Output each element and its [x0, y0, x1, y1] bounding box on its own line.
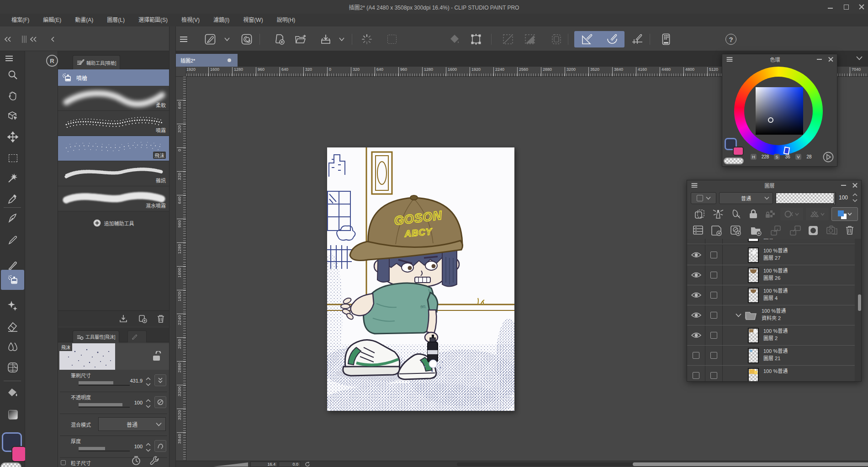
- transform-icon[interactable]: [469, 32, 483, 46]
- operate-tool-icon[interactable]: [7, 110, 18, 121]
- layer-thumbnail[interactable]: [748, 288, 759, 303]
- menu-layer[interactable]: 圖層(L): [100, 14, 132, 26]
- layer-settings-icon[interactable]: [693, 225, 704, 235]
- clip-below-icon[interactable]: [694, 209, 705, 220]
- menu-help[interactable]: 說明(H): [270, 14, 302, 26]
- layer-select-checkbox[interactable]: [705, 325, 723, 345]
- brush-row-noise[interactable]: 雜訊: [58, 161, 169, 186]
- menu-filter[interactable]: 濾鏡(I): [206, 14, 236, 26]
- menu-file[interactable]: 檔案(F): [5, 14, 36, 26]
- delete-layer-icon[interactable]: [845, 225, 854, 235]
- airbrush-tool-selected[interactable]: [1, 270, 24, 290]
- save-chevron-icon[interactable]: [337, 32, 346, 46]
- layer-row-partial[interactable]: 100 %普通: [687, 366, 855, 382]
- save-file-icon[interactable]: [319, 32, 333, 46]
- layer-select-checkbox[interactable]: [705, 366, 723, 382]
- layer-thumbnail[interactable]: [748, 268, 759, 283]
- layer-name[interactable]: 圖層 20: [763, 239, 788, 241]
- rotation-value-box[interactable]: 0.0: [279, 462, 301, 467]
- lock-layer-icon[interactable]: [748, 209, 758, 220]
- layer-visible-toggle[interactable]: [687, 265, 705, 285]
- pencil-tool-icon[interactable]: [7, 235, 18, 246]
- auto-select-tool-icon[interactable]: [7, 173, 18, 184]
- layer-panel-close-icon[interactable]: [852, 183, 857, 188]
- opacity-pressure-button[interactable]: [154, 396, 166, 408]
- undo-history-icon[interactable]: [360, 32, 374, 46]
- opacity-slider[interactable]: [79, 404, 130, 408]
- brush-size-slider[interactable]: [79, 382, 130, 386]
- canvas-tab[interactable]: 插圖2*: [176, 54, 238, 67]
- new-folder-icon[interactable]: [750, 225, 762, 236]
- reference-badge[interactable]: R: [46, 55, 58, 67]
- layer-select-checkbox[interactable]: [705, 265, 723, 285]
- layer-blend-dropdown[interactable]: 普通: [719, 192, 773, 204]
- color-wheel-minimize-icon[interactable]: [817, 59, 822, 60]
- layer-name[interactable]: 圖層 2: [763, 335, 788, 342]
- workspace-tool-icon[interactable]: [203, 32, 217, 46]
- subtool-group-airbrush[interactable]: 噴槍: [58, 69, 169, 86]
- layer-opacity-value[interactable]: 100: [839, 194, 848, 201]
- layer-opacity-slider[interactable]: [776, 193, 836, 204]
- new-vector-layer-icon[interactable]: [730, 225, 742, 236]
- canvas-document[interactable]: GOSON ABCY ɘn.: [327, 147, 514, 411]
- layer-opacity-stepper[interactable]: [852, 193, 857, 202]
- decoration-tool-icon[interactable]: [7, 300, 18, 311]
- layer-panel-minimize-icon[interactable]: [841, 185, 846, 186]
- sub-color-swatch[interactable]: [11, 446, 26, 462]
- eyedropper-tool-icon[interactable]: [7, 194, 18, 205]
- layer-visible-toggle[interactable]: [687, 305, 705, 325]
- draft-layer-icon[interactable]: [731, 209, 742, 220]
- subtool-tab[interactable]: 輔助工具[噴槍]: [73, 55, 120, 69]
- sv-square[interactable]: [756, 87, 803, 135]
- collapse-panel-left-icon[interactable]: [1, 32, 15, 46]
- layer-visible-toggle[interactable]: [687, 285, 705, 305]
- layer-select-checkbox[interactable]: [705, 305, 723, 325]
- brush-size-stepper[interactable]: [146, 377, 151, 386]
- import-subtool-icon[interactable]: [119, 314, 128, 323]
- layer-visible-toggle[interactable]: [687, 366, 705, 382]
- move-layer-tool-icon[interactable]: [7, 131, 18, 142]
- figure-tool-icon[interactable]: [7, 362, 18, 373]
- layer-thumbnail[interactable]: [748, 368, 759, 382]
- layer-select-checkbox[interactable]: [705, 245, 723, 265]
- opacity-slider-handle[interactable]: [834, 192, 836, 205]
- opacity-stepper[interactable]: [146, 399, 151, 408]
- color-wheel-close-icon[interactable]: [828, 57, 833, 62]
- layer-select-checkbox[interactable]: [705, 346, 723, 365]
- clip-studio-icon[interactable]: [240, 32, 254, 46]
- layer-row-4[interactable]: 100 %普通圖層 4: [687, 285, 855, 305]
- snap-to-ruler-icon[interactable]: [580, 32, 594, 46]
- chevron-down-icon[interactable]: [222, 32, 232, 46]
- unlock-icon[interactable]: [152, 351, 162, 362]
- merge-down-icon[interactable]: [789, 225, 801, 236]
- lock-transparent-icon[interactable]: [765, 209, 776, 220]
- eraser-tool-icon[interactable]: [7, 321, 18, 332]
- zoom-slider-icon[interactable]: [213, 462, 248, 467]
- folder-expand-chevron[interactable]: [736, 313, 741, 317]
- menu-selection[interactable]: 選擇範圍(S): [132, 14, 175, 26]
- layer-panel-menu-icon[interactable]: [692, 183, 698, 188]
- menu-window[interactable]: 視窗(W): [236, 14, 270, 26]
- transparent-color-swatch[interactable]: [0, 462, 21, 467]
- redo-icon[interactable]: [385, 32, 399, 46]
- layer-row-folder-2[interactable]: 100 %普通資料夾 2: [687, 305, 855, 325]
- menu-animation[interactable]: 動畫(A): [68, 14, 100, 26]
- brush-row-wet-spray[interactable]: 濕水噴霧: [58, 186, 169, 211]
- mask-area-icon[interactable]: [806, 208, 829, 220]
- layer-row-20[interactable]: 100 %普通圖層 20: [687, 239, 855, 244]
- zoom-tool-icon[interactable]: [7, 69, 18, 80]
- selection-tool-icon[interactable]: [7, 152, 18, 163]
- brush-row-droplet-selected[interactable]: 飛沫: [58, 136, 169, 161]
- transfer-down-icon[interactable]: [770, 225, 782, 236]
- layer-thumbnail[interactable]: [748, 247, 759, 263]
- layer-row-21[interactable]: 100 %普通圖層 21: [687, 346, 855, 366]
- delete-subtool-icon[interactable]: [157, 314, 165, 323]
- layer-visible-toggle[interactable]: [687, 245, 705, 265]
- layer-visible-toggle[interactable]: [687, 325, 705, 345]
- brush-row-spray[interactable]: 噴霧: [58, 111, 169, 136]
- layer-visible-toggle[interactable]: [687, 346, 705, 365]
- fill-tool-icon[interactable]: [7, 387, 18, 398]
- companion-mode-icon[interactable]: [659, 32, 673, 46]
- reference-layer-icon[interactable]: [713, 209, 724, 220]
- reset-all-settings-icon[interactable]: [131, 456, 141, 466]
